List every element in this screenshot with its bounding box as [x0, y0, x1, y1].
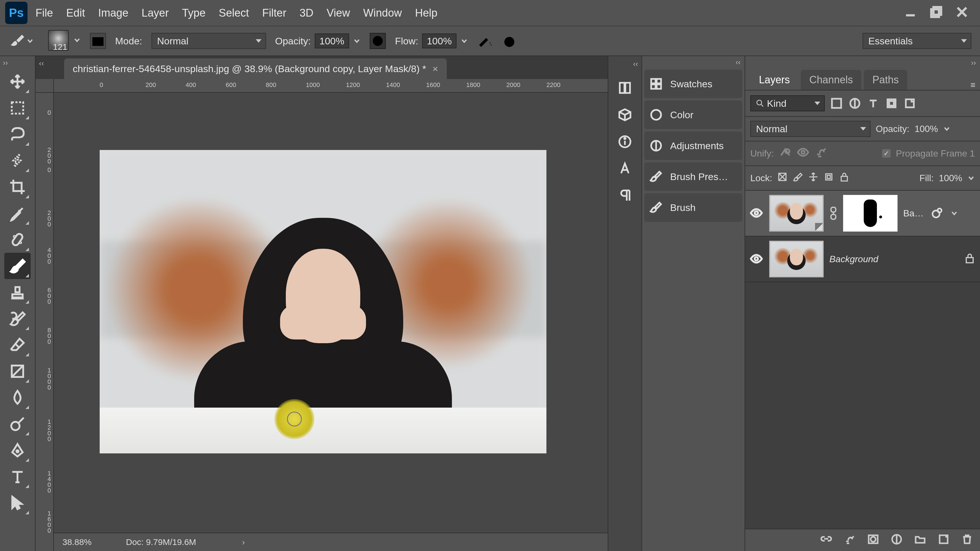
flow-input[interactable]: 100%	[422, 33, 457, 48]
brush-panel-toggle[interactable]	[90, 33, 106, 49]
stamp-tool[interactable]	[4, 279, 31, 305]
layer-name[interactable]: Background	[829, 254, 878, 265]
filter-pixel-icon[interactable]	[830, 97, 843, 110]
tabbar-collapse[interactable]: ‹‹	[39, 59, 44, 68]
layer-opacity-value[interactable]: 100%	[915, 124, 938, 134]
marquee-tool[interactable]	[4, 95, 31, 121]
chevron-down-icon[interactable]	[460, 37, 468, 44]
link-layers-icon[interactable]	[820, 533, 832, 547]
info-icon[interactable]	[616, 133, 633, 150]
dodge-tool[interactable]	[4, 411, 31, 437]
layer-row[interactable]: Ba…	[745, 191, 980, 237]
layer-thumb[interactable]	[769, 195, 824, 232]
blur-tool[interactable]	[4, 384, 31, 411]
visibility-toggle[interactable]	[750, 252, 764, 266]
lock-pixels-icon[interactable]	[793, 172, 803, 184]
fill-value[interactable]: 100%	[939, 173, 962, 183]
tab-paths[interactable]: Paths	[864, 70, 907, 90]
visibility-toggle[interactable]	[750, 206, 764, 220]
menu-help[interactable]: Help	[415, 7, 437, 19]
new-layer-icon[interactable]	[938, 533, 950, 547]
menu-file[interactable]: File	[35, 7, 53, 19]
tab-layers[interactable]: Layers	[750, 70, 799, 90]
restore-button[interactable]	[930, 5, 943, 21]
new-adjustment-icon[interactable]	[891, 533, 903, 547]
new-group-icon[interactable]	[914, 533, 926, 547]
layer-thumb[interactable]	[769, 241, 824, 277]
filter-type-icon[interactable]	[867, 97, 880, 110]
tool-indicator[interactable]	[9, 33, 34, 49]
menu-3d[interactable]: 3D	[299, 7, 313, 19]
history-icon[interactable]	[616, 79, 633, 97]
chevron-down-icon[interactable]	[943, 125, 950, 133]
panel-menu-icon[interactable]: ≡	[966, 80, 980, 90]
menu-view[interactable]: View	[326, 7, 350, 19]
quick-select-tool[interactable]	[4, 148, 31, 174]
panel-brush-presets[interactable]: Brush Pres…	[644, 162, 742, 191]
layer-fx-icon[interactable]	[844, 533, 856, 547]
close-button[interactable]	[955, 5, 969, 21]
menu-window[interactable]: Window	[363, 7, 402, 19]
layer-mask-thumb[interactable]	[843, 195, 897, 232]
status-zoom[interactable]: 38.88%	[62, 537, 92, 547]
panel-collapse[interactable]: ››	[971, 59, 976, 67]
filter-smart-icon[interactable]	[903, 97, 916, 110]
filter-kind-select[interactable]: Kind	[750, 95, 825, 111]
workspace-select[interactable]: Essentials	[862, 33, 971, 49]
pressure-size-toggle[interactable]	[502, 33, 519, 49]
panel-brush[interactable]: Brush	[644, 193, 742, 222]
document-tab[interactable]: christian-ferrer-546458-unsplash.jpg @ 3…	[64, 59, 447, 79]
blend-mode-select[interactable]: Normal	[151, 33, 266, 49]
brush-tool[interactable]	[4, 253, 31, 279]
eraser-tool[interactable]	[4, 332, 31, 358]
path-select-tool[interactable]	[4, 490, 31, 516]
menu-select[interactable]: Select	[219, 7, 249, 19]
propagate-checkbox[interactable]: ✓	[882, 149, 891, 158]
menu-image[interactable]: Image	[98, 7, 129, 19]
layer-blend-select[interactable]: Normal	[750, 121, 870, 137]
lock-artboard-icon[interactable]	[824, 172, 834, 184]
chevron-down-icon[interactable]	[73, 37, 81, 44]
panel-collapse[interactable]: ‹‹	[732, 56, 745, 68]
panel-color[interactable]: Color	[644, 100, 742, 129]
chevron-down-icon[interactable]	[950, 210, 958, 217]
unify-position-icon[interactable]	[779, 146, 792, 161]
airbrush-toggle[interactable]	[477, 33, 493, 49]
menu-filter[interactable]: Filter	[262, 7, 286, 19]
smart-filter-icon[interactable]	[931, 207, 943, 219]
panel-adjustments[interactable]: Adjustments	[644, 132, 742, 160]
status-flyout[interactable]: ›	[242, 537, 245, 547]
filter-adjust-icon[interactable]	[848, 97, 861, 110]
delete-layer-icon[interactable]	[961, 533, 973, 547]
paragraph-icon[interactable]	[616, 187, 633, 204]
menu-type[interactable]: Type	[182, 7, 205, 19]
panel-collapse[interactable]: ‹‹	[630, 59, 641, 70]
chevron-down-icon[interactable]	[353, 37, 361, 44]
toolbox-collapse[interactable]: ››	[0, 57, 11, 68]
unify-visibility-icon[interactable]	[797, 146, 809, 161]
layer-row[interactable]: Background	[745, 237, 980, 282]
panel-swatches[interactable]: Swatches	[644, 70, 742, 98]
crop-tool[interactable]	[4, 174, 31, 200]
gradient-tool[interactable]	[4, 358, 31, 384]
horizontal-ruler[interactable]: 0200400600800100012001400160018002000220…	[54, 79, 608, 93]
3d-icon[interactable]	[616, 106, 633, 123]
filter-shape-icon[interactable]	[885, 97, 898, 110]
mask-link-icon[interactable]	[829, 206, 837, 221]
pressure-opacity-toggle[interactable]	[370, 33, 386, 49]
canvas[interactable]	[100, 150, 546, 453]
add-mask-icon[interactable]	[867, 533, 879, 547]
lasso-tool[interactable]	[4, 121, 31, 148]
move-tool[interactable]	[4, 68, 31, 95]
menu-layer[interactable]: Layer	[142, 7, 169, 19]
history-brush-tool[interactable]	[4, 305, 31, 332]
chevron-down-icon[interactable]	[967, 174, 975, 182]
type-tool[interactable]	[4, 464, 31, 490]
lock-icon[interactable]	[964, 252, 975, 266]
pen-tool[interactable]	[4, 437, 31, 464]
lock-transparent-icon[interactable]	[777, 172, 788, 184]
tab-channels[interactable]: Channels	[801, 70, 861, 90]
vertical-ruler[interactable]: 02 0 002 0 04 0 06 0 08 0 01 0 0 01 2 0 …	[35, 93, 54, 551]
layer-name[interactable]: Ba…	[903, 208, 924, 219]
lock-position-icon[interactable]	[808, 172, 818, 184]
